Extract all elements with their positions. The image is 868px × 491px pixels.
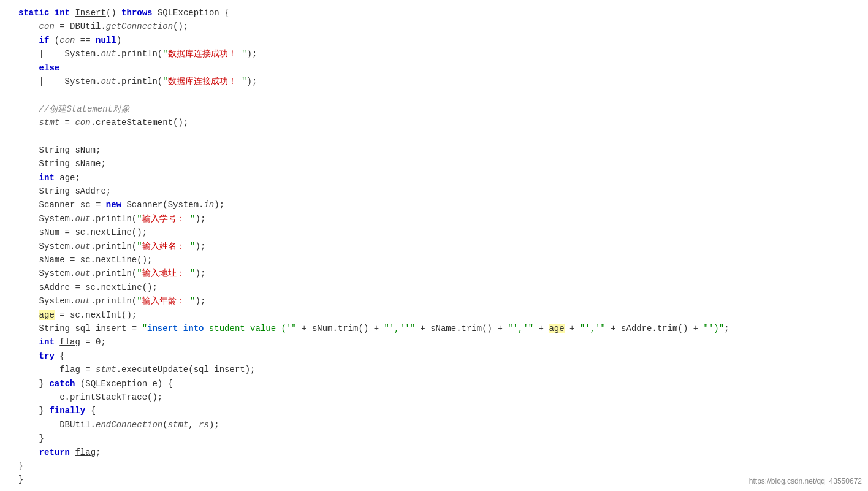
code-container: static int Insert() throws SQLException … [0, 0, 868, 491]
code-block: static int Insert() throws SQLException … [0, 6, 868, 487]
watermark: https://blog.csdn.net/qq_43550672 [749, 476, 862, 487]
